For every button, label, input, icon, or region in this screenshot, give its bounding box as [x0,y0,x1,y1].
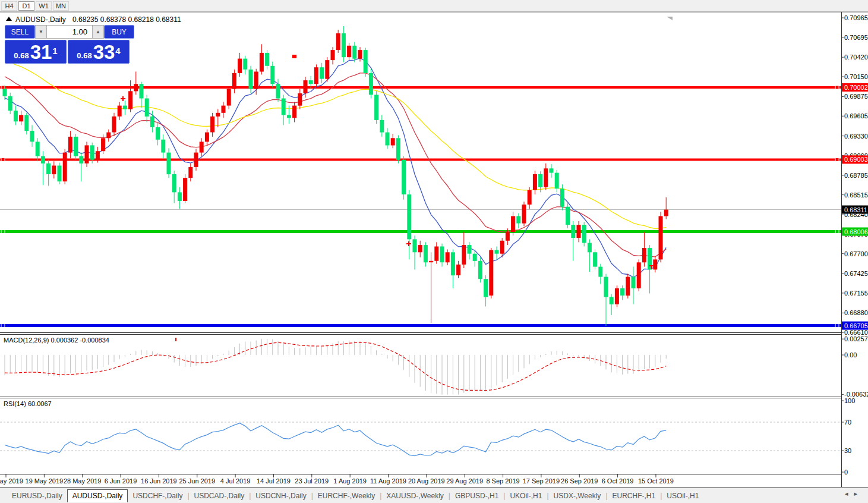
buy-price-display[interactable]: 0.68 33 4 [68,40,130,64]
candle [145,99,149,117]
candle [593,252,597,266]
candle [183,178,187,201]
tab-usdcnh-daily[interactable]: USDCNH-,Daily [251,490,311,502]
candle [632,277,636,288]
candle [314,67,318,84]
candle [161,140,165,153]
candle [626,277,630,296]
timeframe-button-w1[interactable]: W1 [36,1,52,11]
svg-text:0.68785: 0.68785 [844,172,868,179]
candle [41,156,45,164]
candle [615,288,619,304]
candle [101,138,105,151]
svg-text:0.69875: 0.69875 [844,93,868,100]
tab-ukoil-h1[interactable]: UKOil-,H1 [505,490,547,502]
price-chart-canvas[interactable]: 0.709650.706950.704200.701500.698750.696… [0,12,868,488]
candle [511,216,515,232]
candle [582,225,586,243]
tab-usoil-h1[interactable]: USOil-,H1 [662,490,703,502]
candle [8,96,12,111]
tab-gbpusd-h1[interactable]: GBPUSD-,H1 [450,490,503,502]
candle [298,93,302,106]
candle [358,50,362,59]
sell-button[interactable]: SELL [5,25,35,39]
candle [200,142,204,152]
candle [167,153,171,175]
svg-text:0.68311: 0.68311 [844,206,867,213]
candle [516,216,520,224]
candle [331,50,335,60]
candle [386,133,390,146]
candle [254,72,258,89]
svg-text:25 Jun 2019: 25 Jun 2019 [179,477,215,485]
candle [473,254,477,261]
svg-text:0.002574: 0.002574 [844,335,868,342]
svg-text:0.68006: 0.68006 [844,228,868,235]
candle [227,89,231,106]
candle [260,53,264,72]
volume-increase-button[interactable]: ▲ [92,25,104,39]
svg-text:30: 30 [844,447,851,454]
svg-text:14 Jul 2019: 14 Jul 2019 [257,477,291,485]
candle [440,247,444,263]
volume-input[interactable]: 1.00 [47,25,92,39]
timeframe-button-mn[interactable]: MN [53,1,69,11]
candle [85,145,89,163]
tab-eurusd-daily[interactable]: EURUSD-,Daily [7,490,67,502]
candle [478,261,482,279]
tab-usdcad-daily[interactable]: USDCAD-,Daily [190,490,250,502]
svg-text:100: 100 [844,397,855,404]
tab-usdx-weekly[interactable]: USDX-,Weekly [549,490,606,502]
candle [533,174,537,190]
candle [664,210,668,216]
candle [577,225,581,238]
candle [598,267,602,277]
candle [528,190,532,205]
candle [178,192,182,201]
svg-text:29 Aug 2019: 29 Aug 2019 [446,477,483,485]
candle [205,133,209,142]
trade-panel-toggle-icon[interactable] [6,17,12,21]
buy-button[interactable]: BUY [104,25,134,39]
candle [74,137,78,156]
svg-text:6 Oct 2019: 6 Oct 2019 [602,477,634,485]
candle [456,265,460,275]
sell-price-display[interactable]: 0.68 31 1 [5,40,67,64]
tab-xauusd-weekly[interactable]: XAUUSD-,Weekly [381,490,448,502]
candle [188,167,192,178]
candle [566,207,570,225]
candle [304,80,308,93]
candle [79,156,83,164]
candle [352,46,356,59]
svg-text:16 Jun 2019: 16 Jun 2019 [141,477,177,485]
candle [210,117,214,133]
candle [140,84,144,98]
candle [380,120,384,133]
tab-eurchf-h1[interactable]: EURCHF-,H1 [608,490,661,502]
candle [610,297,614,304]
candle [265,53,269,66]
candle [413,239,417,252]
svg-text:0.67425: 0.67425 [844,270,868,277]
svg-text:9 May 2019: 9 May 2019 [0,477,23,485]
tab-usdchf-daily[interactable]: USDCHF-,Daily [128,490,187,502]
tab-scroll-arrows[interactable]: ◂▸ [845,490,863,498]
tab-audusd-daily[interactable]: AUDUSD-,Daily [67,489,128,502]
tab-eurchf-weekly[interactable]: EURCHF-,Weekly [313,490,380,502]
timeframe-button-d1[interactable]: D1 [18,1,34,11]
candle [118,106,122,117]
svg-text:0.00: 0.00 [844,351,857,359]
candle [336,33,340,50]
candle [342,33,346,57]
candle [270,66,274,84]
candle [374,95,378,120]
candle [216,113,220,117]
macd-indicator-label: MACD(12,26,9) 0.000362 -0.000834 [4,337,109,344]
timeframe-button-h4[interactable]: H4 [1,1,17,11]
svg-text:0.67155: 0.67155 [844,290,868,297]
candle [106,133,111,139]
volume-decrease-button[interactable]: ▼ [35,25,47,39]
svg-text:0.69605: 0.69605 [844,112,868,120]
svg-text:0.70002: 0.70002 [844,84,868,91]
chart-area[interactable]: 0.709650.706950.704200.701500.698750.696… [0,12,868,488]
